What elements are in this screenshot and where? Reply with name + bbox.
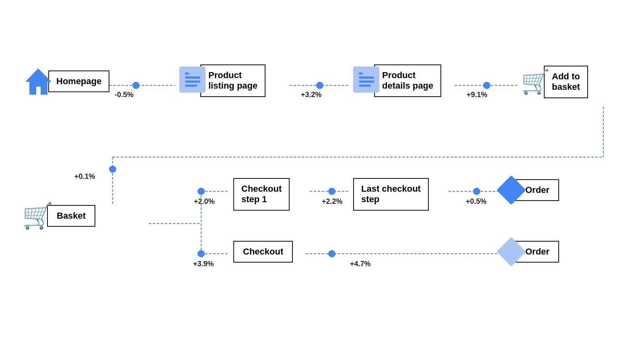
dot-step1-last [328,188,335,195]
label-details-add: +9.1% [467,91,488,99]
add-to-basket-node: 🛒 Add tobasket [521,66,588,98]
checkout-box: Checkout [233,241,293,263]
product-listing-node: Productlisting page [179,64,265,97]
dot-listing-details [316,82,323,89]
basket-box: Basket [47,205,95,227]
add-to-basket-box: Add tobasket [544,66,588,98]
checkout-step1-node: Checkoutstep 1 [233,178,290,211]
product-listing-box: Productlisting page [200,64,265,97]
last-checkout-box: Last checkoutstep [353,178,429,211]
diamond1-icon [501,180,522,201]
label-checkout-order2: +4.7% [350,260,371,268]
order2-node: Order [501,241,559,263]
basket-node: 🛒 Basket [22,201,95,230]
checkout-node: Checkout [233,241,293,263]
dot-last-order1 [473,188,480,195]
connectors [0,0,644,352]
dot-basket-step1 [198,188,205,195]
homepage-box: Homepage [48,70,109,92]
cart-icon: 🛒 [521,68,550,95]
label-basket-checkout: +3.9% [193,260,214,268]
label-home-listing: -0.5% [115,91,134,99]
label-basket-step1: +2.0% [194,197,215,206]
dot-checkout-order2 [328,250,335,257]
diamond2-icon [501,241,522,262]
label-step1-last: +2.2% [322,197,343,206]
homepage-node: Homepage [22,65,109,97]
order1-node: Order [501,179,559,201]
label-last-order1: +0.5% [466,197,487,206]
last-checkout-node: Last checkoutstep [353,178,429,211]
label-listing-details: +3.2% [301,91,322,99]
dot-home-listing [132,82,140,89]
dot-basket-loop [109,166,116,173]
basket-cart-icon: 🛒 [22,201,53,230]
dot-details-add [483,82,490,89]
product-details-box: Productdetails page [374,64,441,97]
checkout-step1-box: Checkoutstep 1 [233,178,290,211]
product-details-node: Productdetails page [353,64,441,97]
flow-diagram: -0.5% +3.2% +9.1% +0.1% +2.0% +2.2% +0.5… [0,0,644,352]
svg-marker-13 [25,68,51,95]
listing-icon [179,66,208,95]
home-icon [22,65,54,97]
label-basket-loop: +0.1% [74,172,95,181]
dot-basket-checkout [198,250,205,257]
details-icon [353,66,381,95]
